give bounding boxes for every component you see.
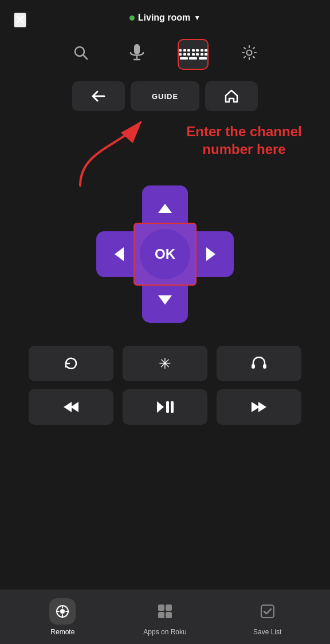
header: ✕ Living room ▼ — [0, 0, 330, 29]
dpad: OK — [96, 185, 234, 323]
settings-button[interactable] — [234, 39, 265, 70]
apps-tab-icon — [152, 598, 178, 625]
star-button[interactable]: ✳ — [123, 346, 207, 381]
ok-button[interactable]: OK — [133, 223, 197, 286]
svg-line-1 — [84, 55, 88, 59]
chevron-down-icon[interactable]: ▼ — [194, 14, 201, 22]
svg-rect-20 — [166, 612, 172, 618]
home-button[interactable] — [205, 81, 258, 111]
svg-rect-8 — [263, 364, 266, 369]
tab-bar: Remote Apps on Roku Save List — [0, 590, 330, 644]
tab-savelist[interactable]: Save List — [216, 598, 319, 636]
playpause-button[interactable] — [123, 389, 207, 425]
media-row-1: ✳ — [29, 346, 301, 381]
svg-rect-19 — [158, 612, 164, 618]
rewind-button[interactable] — [29, 389, 113, 425]
annotation-text: Enter the channel number here — [181, 123, 307, 158]
svg-point-5 — [247, 50, 252, 55]
back-button[interactable] — [72, 81, 125, 111]
tab-apps[interactable]: Apps on Roku — [114, 598, 217, 636]
keyboard-button[interactable] — [178, 39, 209, 70]
mic-icon — [129, 44, 144, 65]
device-info: Living room ▼ — [129, 13, 201, 23]
keyboard-icon — [179, 49, 207, 60]
tab-remote[interactable]: Remote — [11, 598, 114, 636]
ok-circle: OK — [140, 229, 190, 279]
svg-rect-10 — [171, 401, 174, 413]
svg-rect-21 — [261, 605, 274, 618]
svg-point-12 — [60, 609, 65, 614]
svg-rect-17 — [158, 605, 164, 611]
search-button[interactable] — [65, 39, 96, 70]
device-name: Living room — [138, 13, 191, 23]
savelist-tab-label: Save List — [253, 628, 281, 636]
top-icons-row — [0, 29, 330, 78]
svg-rect-7 — [252, 364, 255, 369]
guide-button[interactable]: GUIDE — [131, 81, 199, 111]
nav-buttons-row: GUIDE — [0, 78, 330, 111]
media-row-2 — [29, 389, 301, 425]
close-button[interactable]: ✕ — [14, 13, 26, 27]
svg-point-0 — [75, 47, 84, 56]
apps-tab-label: Apps on Roku — [143, 628, 186, 636]
svg-rect-9 — [166, 401, 169, 413]
svg-rect-18 — [166, 605, 172, 611]
svg-rect-2 — [134, 44, 140, 54]
savelist-tab-icon — [254, 598, 281, 625]
star-icon: ✳ — [159, 355, 171, 373]
gear-icon — [241, 45, 257, 65]
headphone-button[interactable] — [217, 346, 301, 381]
status-dot — [129, 15, 135, 21]
dpad-container: OK — [0, 185, 330, 323]
fastforward-button[interactable] — [217, 389, 301, 425]
mic-button[interactable] — [121, 39, 152, 70]
search-icon — [73, 45, 89, 65]
replay-button[interactable] — [29, 346, 113, 381]
media-section: ✳ — [0, 334, 330, 425]
remote-tab-label: Remote — [50, 628, 74, 636]
remote-tab-icon — [49, 598, 76, 625]
